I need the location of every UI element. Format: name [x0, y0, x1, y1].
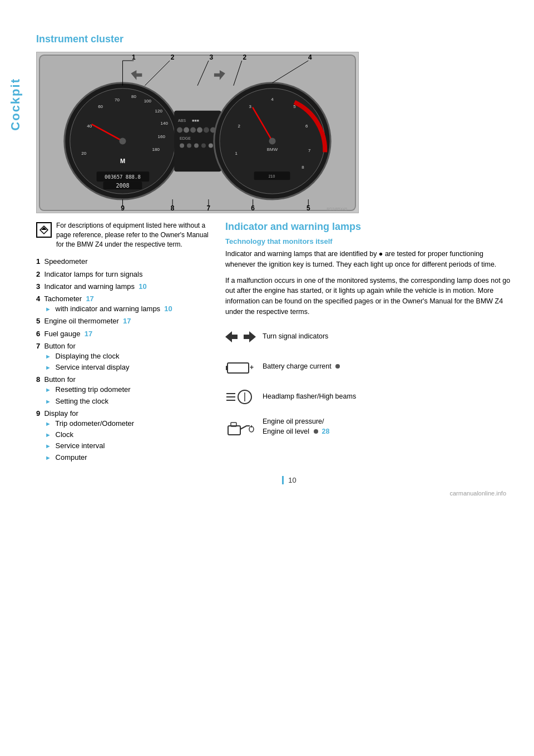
sub-arrow-icon: ►: [45, 398, 51, 405]
svg-text:EDGE: EDGE: [180, 136, 191, 140]
svg-text:4: 4: [308, 53, 312, 61]
svg-text:120: 120: [155, 109, 163, 114]
svg-text:60: 60: [98, 104, 103, 109]
svg-text:20: 20: [81, 151, 86, 156]
item-label: Fuel gauge: [44, 330, 80, 338]
left-column: For descriptions of equipment listed her…: [36, 221, 209, 465]
watermark: carmanualonline.info: [36, 490, 512, 497]
sub-list-item: ► with indicator and warning lamps 10: [45, 304, 209, 314]
battery-dot: [335, 364, 340, 369]
svg-text:2: 2: [238, 124, 241, 129]
item-label: Engine oil thermometer: [44, 317, 118, 325]
indicator-row-oil: Engine oil pressure/Engine oil level 28: [225, 416, 512, 438]
item-num: 6: [36, 330, 40, 338]
sub-arrow-icon: ►: [45, 364, 51, 371]
svg-text:160: 160: [158, 134, 166, 139]
item-num: 1: [36, 257, 40, 266]
note-box: For descriptions of equipment listed her…: [36, 221, 209, 249]
svg-text:+: +: [250, 364, 254, 371]
svg-text:40: 40: [87, 124, 92, 129]
item-label: Button for: [44, 375, 75, 384]
svg-text:80: 80: [131, 94, 136, 99]
sub-arrow-icon: ►: [45, 431, 51, 438]
right-column: Indicator and warning lamps Technology t…: [225, 221, 512, 465]
sub-list: ► Trip odometer/Odometer ► Clock ► Servi…: [36, 419, 209, 463]
svg-rect-82: [228, 363, 249, 373]
svg-text:1: 1: [235, 151, 238, 156]
svg-text:2: 2: [171, 53, 175, 61]
oil-dot: [314, 429, 318, 434]
svg-text:2008: 2008: [116, 183, 129, 189]
svg-point-32: [180, 143, 184, 148]
reference-icon: [39, 225, 49, 235]
item-label: Display for: [44, 409, 78, 418]
svg-text:140: 140: [161, 121, 169, 126]
right-paragraph1: Indicator and warning lamps that are ide…: [225, 249, 512, 270]
oil-indicator-icon: [225, 416, 256, 438]
turn-signal-indicator-icon: [225, 326, 256, 347]
item-num: 7: [36, 342, 40, 350]
page: Cockpit Instrument cluster km/h: [0, 0, 534, 756]
svg-text:■■■: ■■■: [192, 119, 199, 122]
list-item: 3 Indicator and warning lamps 10: [36, 282, 209, 292]
svg-rect-83: [226, 366, 228, 370]
svg-marker-80: [225, 331, 238, 342]
battery-label: Battery charge current: [263, 362, 340, 372]
indicator-row-turn-signal: Turn signal indicators: [225, 326, 512, 347]
item-label: Button for: [44, 342, 75, 350]
sub-list-item: ► Resetting trip odometer: [45, 385, 209, 395]
headlamp-svg: [225, 388, 256, 406]
cluster-image: km/h 20 40 60 70 80 100 120 140 160 180: [36, 52, 359, 213]
cluster-svg: km/h 20 40 60 70 80 100 120 140 160 180: [37, 52, 358, 213]
note-icon: [36, 222, 52, 238]
svg-text:ABS: ABS: [178, 119, 186, 122]
svg-text:3: 3: [249, 104, 251, 109]
svg-point-25: [177, 127, 182, 133]
indicator-row-headlamp: Headlamp flasher/High beams: [225, 386, 512, 408]
sidebar: Cockpit: [0, 33, 31, 734]
svg-point-27: [190, 127, 196, 133]
svg-point-36: [209, 143, 213, 148]
sub-list: ► Resetting trip odometer ► Setting the …: [36, 385, 209, 406]
sub-item-label: Computer: [56, 453, 87, 462]
sub-arrow-icon: ►: [45, 454, 51, 461]
svg-text:8: 8: [301, 165, 304, 170]
turn-signal-svg: [225, 328, 256, 346]
item-page-ref: 17: [85, 330, 92, 338]
list-item: 6 Fuel gauge 17: [36, 329, 209, 339]
two-column-layout: For descriptions of equipment listed her…: [36, 221, 512, 465]
list-item: 9 Display for ► Trip odometer/Odometer ►…: [36, 409, 209, 463]
item-label: Indicator and warning lamps: [44, 282, 135, 291]
svg-point-28: [197, 127, 202, 133]
sub-item-label: Clock: [56, 430, 74, 439]
sub-item-page-ref: 10: [164, 305, 172, 313]
right-section-title: Indicator and warning lamps: [225, 221, 512, 233]
sub-arrow-icon: ►: [45, 306, 51, 312]
sub-item-label: Setting the clock: [56, 397, 108, 405]
battery-svg: +: [225, 358, 256, 376]
sub-arrow-icon: ►: [45, 353, 51, 360]
sub-list-item: ► Displaying the clock: [45, 351, 209, 361]
svg-text:70: 70: [115, 97, 120, 102]
sub-arrow-icon: ►: [45, 420, 51, 427]
right-paragraph2: If a malfunction occurs in one of the mo…: [225, 276, 512, 317]
svg-point-16: [119, 138, 126, 144]
svg-text:RD3/B5X45: RD3/B5X45: [327, 207, 347, 211]
page-number: 10: [282, 476, 296, 484]
svg-marker-81: [244, 331, 256, 342]
sub-list-item: ► Service interval display: [45, 362, 209, 372]
sub-arrow-icon: ►: [45, 386, 51, 393]
headlamp-indicator-icon: [225, 386, 256, 408]
headlamp-label: Headlamp flasher/High beams: [263, 392, 356, 402]
list-item: 5 Engine oil thermometer 17: [36, 316, 209, 326]
indicator-row-battery: + Battery charge current: [225, 356, 512, 377]
sub-item-label: Resetting trip odometer: [56, 385, 131, 394]
sub-list-item: ► Service interval: [45, 441, 209, 451]
svg-point-35: [201, 143, 206, 148]
sub-list-item: ► Clock: [45, 430, 209, 440]
sub-item-label: Trip odometer/Odometer: [55, 419, 134, 428]
svg-point-34: [194, 143, 199, 148]
item-page-ref: 17: [123, 317, 131, 325]
list-item: 2 Indicator lamps for turn signals: [36, 269, 209, 279]
sub-list: ► Displaying the clock ► Service interva…: [36, 351, 209, 372]
